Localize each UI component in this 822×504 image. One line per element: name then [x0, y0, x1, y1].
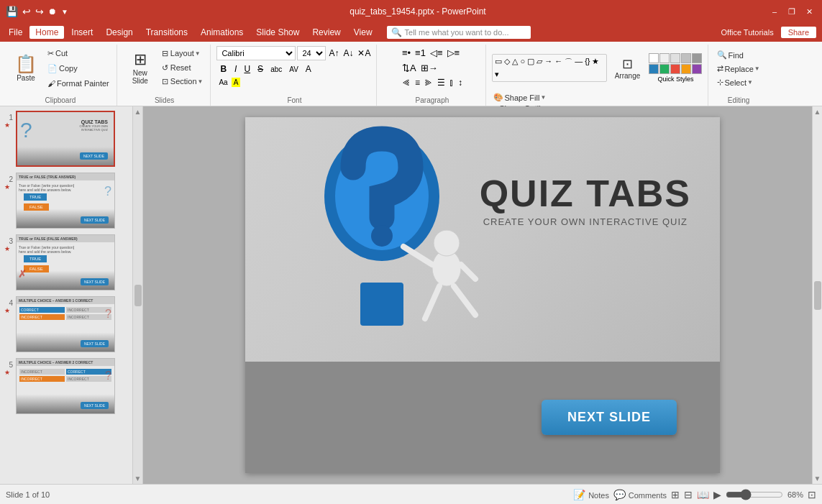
align-center-button[interactable]: ≡: [414, 76, 421, 89]
decrease-font-button[interactable]: A↓: [342, 47, 355, 60]
slide-preview-4[interactable]: MULTIPLE CHOICE – ANSWER 1 CORRECT CORRE…: [16, 296, 115, 352]
scroll-up-arrow[interactable]: ▲: [134, 108, 142, 116]
bullet-list-button[interactable]: ≡•: [401, 46, 412, 60]
shape-arrow-l[interactable]: ←: [554, 56, 563, 68]
shape-rnd-rect[interactable]: ▢: [526, 56, 535, 68]
clear-format-button[interactable]: ✕A: [356, 47, 372, 60]
shape-diamond[interactable]: ◇: [503, 56, 511, 68]
menu-insert[interactable]: Insert: [65, 26, 99, 39]
shape-brace[interactable]: {}: [584, 56, 590, 68]
format-painter-button[interactable]: 🖌 Format Painter: [45, 76, 112, 91]
qs-cell-8[interactable]: [670, 64, 680, 74]
font-name-select[interactable]: Calibri: [216, 46, 296, 60]
fit-window-button[interactable]: ⊡: [808, 489, 816, 500]
minimize-button[interactable]: –: [767, 4, 782, 19]
qs-cell-10[interactable]: [692, 64, 702, 74]
char-spacing-button[interactable]: AV: [286, 64, 301, 75]
qs-cell-9[interactable]: [681, 64, 691, 74]
strikethrough-button[interactable]: S: [255, 63, 266, 75]
save-icon[interactable]: 💾: [6, 6, 18, 17]
undo-icon[interactable]: ↩: [22, 6, 31, 17]
scroll-down-arrow[interactable]: ▼: [134, 475, 142, 482]
select-button[interactable]: ⊹ Select ▼: [714, 76, 756, 88]
copy-button[interactable]: 📄 Copy: [45, 61, 112, 75]
decrease-indent-button[interactable]: ◁≡: [429, 46, 444, 60]
change-case-button[interactable]: Aa: [216, 78, 229, 87]
slideshow-button[interactable]: ▶: [713, 489, 721, 500]
qs-cell-1[interactable]: [649, 53, 659, 63]
replace-button[interactable]: ⇄ Replace ▼: [714, 63, 762, 75]
slide-preview-3[interactable]: TRUE or FALSE (FALSE ANSWER) True or Fal…: [16, 234, 115, 290]
menu-transitions[interactable]: Transitions: [140, 26, 193, 39]
canvas-scroll-thumb[interactable]: [814, 281, 821, 310]
font-color-button[interactable]: A: [303, 63, 314, 75]
shape-line[interactable]: —: [574, 56, 583, 68]
justify-button[interactable]: ☰: [436, 76, 447, 89]
line-spacing-button[interactable]: ↕: [457, 76, 464, 89]
share-button[interactable]: Share: [781, 27, 816, 38]
slide-thumb-2[interactable]: 2 ★ TRUE or FALSE (TRUE ANSWER) True or …: [3, 171, 129, 230]
zoom-slider[interactable]: [726, 490, 783, 500]
slide-thumb-4[interactable]: 4 ★ MULTIPLE CHOICE – ANSWER 1 CORRECT C…: [3, 295, 129, 354]
canvas-scroll-up[interactable]: ▲: [814, 108, 821, 116]
qs-cell-7[interactable]: [659, 64, 670, 74]
canvas-scroll-down[interactable]: ▼: [814, 475, 821, 482]
cut-button[interactable]: ✂ Cut: [45, 46, 112, 60]
layout-button[interactable]: ⊟ Layout ▼: [159, 47, 206, 60]
highlight-button[interactable]: A: [232, 78, 241, 87]
qs-cell-3[interactable]: [670, 53, 680, 63]
shape-more[interactable]: ▾: [494, 69, 500, 80]
convert-to-smartart-button[interactable]: ⊞→: [419, 61, 439, 75]
col-button[interactable]: ⫿: [448, 76, 455, 89]
qs-cell-6[interactable]: [649, 64, 659, 74]
comments-button[interactable]: 💬 Comments: [613, 489, 667, 500]
reading-view-button[interactable]: 📖: [697, 489, 709, 500]
customize-icon[interactable]: ▼: [61, 8, 68, 16]
increase-font-button[interactable]: A↑: [327, 47, 340, 60]
menu-animations[interactable]: Animations: [195, 26, 249, 39]
qs-cell-4[interactable]: [681, 53, 691, 63]
arrange-button[interactable]: ⊡ Arrange: [608, 46, 646, 89]
increase-indent-button[interactable]: ▷≡: [446, 46, 462, 60]
bold-button[interactable]: B: [216, 62, 230, 76]
menu-review[interactable]: Review: [306, 26, 346, 39]
shape-circle[interactable]: ○: [519, 56, 526, 68]
find-button[interactable]: 🔍 Find: [714, 49, 746, 61]
new-slide-button[interactable]: ⊞ NewSlide: [123, 46, 157, 89]
shape-triangle[interactable]: △: [511, 56, 519, 68]
slide-thumb-5[interactable]: 5 ★ MULTIPLE CHOICE – ANSWER 2 CORRECT I…: [3, 357, 129, 416]
qs-cell-2[interactable]: [659, 53, 670, 63]
menu-slideshow[interactable]: Slide Show: [250, 26, 305, 39]
redo-icon[interactable]: ↪: [35, 6, 44, 17]
restore-button[interactable]: ❐: [785, 4, 799, 19]
align-left-button[interactable]: ⫷: [401, 76, 412, 89]
text-direction-button[interactable]: ⇅A: [401, 61, 418, 75]
menu-home[interactable]: Home: [29, 26, 64, 39]
align-right-button[interactable]: ⫸: [423, 76, 434, 89]
notes-button[interactable]: 📝 Notes: [573, 489, 609, 500]
font-size-select[interactable]: 24: [297, 46, 326, 60]
number-list-button[interactable]: ≡1: [414, 46, 427, 60]
shape-arrow-r[interactable]: →: [544, 56, 553, 68]
quick-styles-button[interactable]: Quick Styles: [647, 52, 703, 84]
section-button[interactable]: ⊡ Section ▼: [159, 75, 206, 88]
reset-button[interactable]: ↺ Reset: [159, 60, 206, 75]
shape-para[interactable]: ▱: [536, 56, 543, 68]
shape-star[interactable]: ★: [591, 56, 600, 68]
menu-view[interactable]: View: [348, 26, 378, 39]
scroll-thumb[interactable]: [134, 285, 142, 306]
ribbon-search[interactable]: Tell me what you want to do...: [405, 28, 509, 37]
normal-view-button[interactable]: ⊞: [671, 489, 680, 500]
slide-sorter-button[interactable]: ⊟: [684, 489, 693, 500]
slide-preview-1[interactable]: QUIZ TABS CREATE YOUR OWN INTERACTIVE QU…: [16, 111, 115, 167]
slides-scrollbar[interactable]: ▲ ▼: [133, 106, 143, 484]
italic-button[interactable]: I: [232, 63, 239, 75]
next-slide-button[interactable]: NEXT SLIDE: [542, 400, 677, 435]
slide-thumb-1[interactable]: 1 ★ QUIZ TABS CREATE YOUR OWN INTERACTIV…: [3, 109, 129, 168]
shadow-button[interactable]: abc: [268, 64, 285, 75]
slide-preview-2[interactable]: TRUE or FALSE (TRUE ANSWER) True or Fals…: [16, 173, 115, 229]
shape-curve[interactable]: ⌒: [564, 56, 573, 68]
paste-button[interactable]: 📋 Paste: [9, 46, 43, 89]
slide-thumb-3[interactable]: 3 ★ TRUE or FALSE (FALSE ANSWER) True or…: [3, 233, 129, 292]
close-button[interactable]: ✕: [802, 4, 816, 19]
